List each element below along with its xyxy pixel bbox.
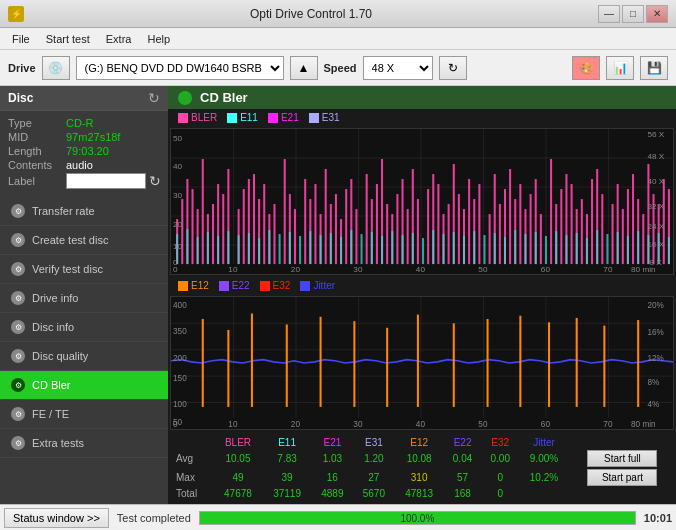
svg-rect-49 — [386, 204, 388, 264]
sidebar-item-verify-test-disc[interactable]: ⚙ Verify test disc — [0, 255, 168, 284]
svg-rect-192 — [453, 323, 455, 407]
e31-label: E31 — [322, 112, 340, 123]
sidebar-item-create-test-disc[interactable]: ⚙ Create test disc — [0, 226, 168, 255]
sidebar-item-transfer-rate[interactable]: ⚙ Transfer rate — [0, 197, 168, 226]
status-bar: Status window >> Test completed 100.0% 1… — [0, 504, 676, 530]
svg-rect-44 — [355, 209, 357, 264]
label-input[interactable] — [66, 173, 146, 189]
sidebar-item-disc-info[interactable]: ⚙ Disc info — [0, 313, 168, 342]
sidebar-item-drive-info[interactable]: ⚙ Drive info — [0, 284, 168, 313]
e12-label: E12 — [191, 280, 209, 291]
status-window-button[interactable]: Status window >> — [4, 508, 109, 528]
menu-file[interactable]: File — [4, 31, 38, 47]
menu-start-test[interactable]: Start test — [38, 31, 98, 47]
jitter-color — [300, 281, 310, 291]
svg-rect-196 — [576, 318, 578, 407]
svg-rect-122 — [391, 231, 393, 264]
e22-color — [219, 281, 229, 291]
svg-rect-135 — [524, 234, 526, 264]
type-value: CD-R — [66, 117, 94, 129]
maximize-button[interactable]: □ — [622, 5, 644, 23]
svg-rect-19 — [212, 204, 214, 264]
disc-header: Disc ↻ — [0, 86, 168, 111]
sidebar-item-fe-te[interactable]: ⚙ FE / TE — [0, 400, 168, 429]
svg-rect-26 — [253, 174, 255, 264]
drive-icon-btn[interactable]: 💿 — [42, 56, 70, 80]
max-label: Max — [168, 468, 213, 487]
svg-text:40 X: 40 X — [647, 177, 664, 186]
avg-e12: 10.08 — [395, 449, 444, 468]
svg-text:100: 100 — [173, 399, 187, 409]
svg-text:8%: 8% — [647, 377, 659, 387]
col-header-e22: E22 — [444, 436, 482, 449]
speed-select[interactable]: 48 X — [363, 56, 433, 80]
total-jitter — [519, 487, 569, 500]
start-part-button[interactable]: Start part — [587, 469, 657, 486]
svg-rect-67 — [489, 214, 491, 264]
label-label: Label — [8, 175, 66, 187]
svg-text:40: 40 — [416, 419, 425, 429]
eject-button[interactable]: ▲ — [290, 56, 318, 80]
stats-row-max: Max 49 39 16 27 310 57 0 10.2% Start par… — [168, 468, 676, 487]
menu-help[interactable]: Help — [139, 31, 178, 47]
svg-rect-197 — [603, 326, 605, 407]
label-refresh-icon[interactable]: ↻ — [149, 173, 161, 189]
svg-rect-34 — [304, 179, 306, 264]
svg-text:30: 30 — [353, 265, 363, 274]
svg-rect-33 — [294, 209, 296, 264]
disc-info-icon: ⚙ — [10, 319, 26, 335]
bler-color — [178, 113, 188, 123]
svg-rect-126 — [432, 230, 434, 264]
col-header-bler: BLER — [213, 436, 262, 449]
drive-select[interactable]: (G:) BENQ DVD DD DW1640 BSRB — [76, 56, 284, 80]
legend-bler: BLER — [178, 112, 217, 123]
verify-test-disc-icon: ⚙ — [10, 261, 26, 277]
svg-rect-188 — [320, 317, 322, 407]
svg-rect-129 — [463, 236, 465, 264]
svg-text:0: 0 — [173, 265, 178, 274]
legend-e12: E12 — [178, 280, 209, 291]
svg-rect-21 — [222, 194, 224, 264]
save-button[interactable]: 💾 — [640, 56, 668, 80]
svg-rect-118 — [350, 230, 352, 264]
contents-value: audio — [66, 159, 93, 171]
legend-e22: E22 — [219, 280, 250, 291]
legend-e31: E31 — [309, 112, 340, 123]
svg-rect-187 — [286, 325, 288, 407]
start-full-button[interactable]: Start full — [587, 450, 657, 467]
svg-rect-141 — [586, 238, 588, 264]
mid-value: 97m27s18f — [66, 131, 120, 143]
svg-rect-93 — [632, 174, 634, 264]
sidebar-item-cd-bler[interactable]: ⚙ CD Bler — [0, 371, 168, 400]
color-button[interactable]: 🎨 — [572, 56, 600, 80]
transfer-rate-icon: ⚙ — [10, 203, 26, 219]
e32-color — [260, 281, 270, 291]
chart-button[interactable]: 📊 — [606, 56, 634, 80]
svg-text:30: 30 — [173, 191, 183, 200]
max-e32: 0 — [481, 468, 519, 487]
chart-title: CD Bler — [200, 90, 248, 105]
fe-te-icon: ⚙ — [10, 406, 26, 422]
svg-rect-127 — [442, 234, 444, 264]
svg-rect-95 — [642, 214, 644, 264]
e21-color — [268, 113, 278, 123]
jitter-label: Jitter — [313, 280, 335, 291]
drive-label: Drive — [8, 62, 36, 74]
disc-info-panel: Type CD-R MID 97m27s18f Length 79:03.20 … — [0, 111, 168, 197]
minimize-button[interactable]: — — [598, 5, 620, 23]
svg-rect-40 — [335, 194, 337, 264]
svg-text:10: 10 — [228, 419, 237, 429]
disc-refresh-icon[interactable]: ↻ — [148, 90, 160, 106]
close-button[interactable]: ✕ — [646, 5, 668, 23]
contents-label: Contents — [8, 159, 66, 171]
svg-text:400: 400 — [173, 300, 187, 310]
svg-rect-140 — [576, 233, 578, 264]
svg-rect-194 — [519, 316, 521, 407]
avg-e11: 7.83 — [263, 449, 312, 468]
menu-extra[interactable]: Extra — [98, 31, 140, 47]
col-header-e21: E21 — [312, 436, 353, 449]
svg-text:48 X: 48 X — [647, 152, 664, 161]
refresh-button[interactable]: ↻ — [439, 56, 467, 80]
sidebar-item-disc-quality[interactable]: ⚙ Disc quality — [0, 342, 168, 371]
sidebar-item-extra-tests[interactable]: ⚙ Extra tests — [0, 429, 168, 458]
